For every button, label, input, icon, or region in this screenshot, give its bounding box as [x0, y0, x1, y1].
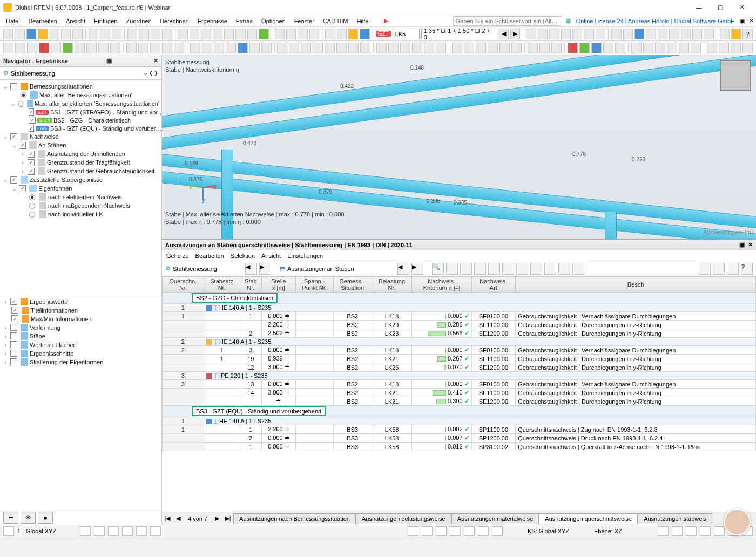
tb-sync[interactable]	[38, 29, 48, 39]
tb2-56[interactable]	[691, 43, 701, 53]
tb2-58[interactable]	[719, 43, 729, 53]
sb-16[interactable]	[672, 526, 683, 536]
ptb-b[interactable]	[474, 263, 486, 275]
sb-8[interactable]	[408, 526, 418, 536]
sb-10[interactable]	[436, 526, 447, 536]
tb2-49[interactable]	[603, 43, 613, 53]
ptb-zoom[interactable]: 🔍	[432, 263, 444, 275]
tb-h4[interactable]	[646, 29, 656, 39]
tb-print[interactable]	[72, 29, 82, 39]
menu-optionen[interactable]: Optionen	[258, 17, 289, 25]
tb2-57[interactable]	[707, 43, 717, 53]
tabnav-prev[interactable]: ◀	[173, 513, 184, 524]
ptb-next2[interactable]: ▶	[411, 263, 423, 275]
tree-bs1[interactable]: GZTBS1 - GZT (STR/GEO) - Ständig und vor…	[0, 108, 161, 116]
menu-hilfe[interactable]: Hilfe	[353, 17, 372, 25]
ptb-j[interactable]	[699, 263, 711, 275]
pmenu-selektion[interactable]: Selektion	[231, 253, 255, 259]
ptb-a[interactable]	[460, 263, 472, 275]
maximize-button[interactable]: ▢	[710, 0, 731, 15]
tb-c3[interactable]	[201, 29, 211, 39]
tb2-5[interactable]	[51, 43, 61, 53]
tb2-27[interactable]	[325, 43, 335, 53]
tree-ausnutzung[interactable]: ›Ausnutzung der Umhüllenden	[0, 150, 161, 158]
tb2-22[interactable]	[261, 43, 272, 53]
tb-save[interactable]	[26, 29, 36, 39]
tb-new[interactable]	[3, 29, 13, 39]
sb-11[interactable]	[450, 526, 461, 536]
tree-eigen-mass[interactable]: nach maßgebendem Nachweis	[0, 201, 161, 210]
tabnav-first[interactable]: |◀	[162, 513, 173, 524]
tb2-38[interactable]	[464, 43, 474, 53]
sb-13[interactable]	[478, 526, 489, 536]
tb-g1[interactable]	[526, 29, 536, 39]
tb2-18[interactable]	[214, 43, 224, 53]
tb-c1[interactable]	[178, 29, 187, 39]
tb2-17[interactable]	[202, 43, 212, 53]
tree-max-sel[interactable]: ⌵Max. aller selektierten 'Bemessungssitu…	[0, 99, 161, 108]
tb-e3[interactable]	[348, 29, 358, 39]
sb-7[interactable]	[150, 526, 161, 536]
sb-1[interactable]	[3, 526, 14, 536]
ptb-e[interactable]	[516, 263, 528, 275]
tb2-48[interactable]	[591, 43, 602, 53]
ptb-f[interactable]	[530, 263, 542, 275]
tb-a2[interactable]	[100, 29, 110, 39]
viewport-3d[interactable]: Stahlbemessung Stäbe | Nachweiskriterium…	[162, 55, 756, 239]
tb-h6[interactable]	[669, 29, 679, 39]
tb2-6[interactable]	[63, 43, 73, 53]
sb-5[interactable]	[122, 526, 133, 536]
tb-c8[interactable]	[259, 29, 268, 39]
pmenu-ansicht[interactable]: Ansicht	[261, 253, 281, 259]
tree-bemessungssituationen[interactable]: ⌵Bemessungssituationen	[0, 82, 161, 91]
tb-c4[interactable]	[213, 29, 222, 39]
tree-bs3[interactable]: LAGBS3 - GZT (EQU) - Ständig und vorüber…	[0, 124, 161, 132]
tb2-30[interactable]	[360, 43, 370, 53]
tree-ergebnisschnitte[interactable]: ›Ergebnisschnitte	[0, 349, 161, 358]
tab-belastungsweise[interactable]: Ausnutzungen belastungsweise	[356, 513, 451, 524]
ptb-k[interactable]	[713, 263, 725, 275]
tree-eigen-ind[interactable]: nach individueller LK	[0, 210, 161, 219]
tb-g2[interactable]	[538, 29, 548, 39]
tb-a3[interactable]	[112, 29, 122, 39]
statusbar-cs-combo[interactable]: 1 - Global XYZ	[17, 528, 77, 534]
tb-g4[interactable]	[561, 29, 571, 39]
tb2-23[interactable]	[277, 43, 287, 53]
tb2-32[interactable]	[388, 43, 399, 53]
tb-h7[interactable]	[681, 29, 691, 39]
tb-c5[interactable]	[224, 29, 234, 39]
tb-h1[interactable]	[611, 29, 621, 39]
panel-close-icon[interactable]: ✕	[748, 241, 753, 248]
tb-undo[interactable]	[50, 29, 59, 39]
tb2-13[interactable]	[150, 43, 160, 53]
tb-h3[interactable]	[634, 29, 644, 39]
tab-querschnittsweise[interactable]: Ausnutzungen querschnittsweise	[539, 513, 638, 524]
tab-stabweise[interactable]: Ausnutzungen stabweis	[638, 513, 712, 524]
tree-an-staeben[interactable]: ⌵An Stäben	[0, 141, 161, 150]
sb-3[interactable]	[94, 526, 105, 536]
tb2-16[interactable]	[190, 43, 200, 53]
tree-eigenformen[interactable]: ⌵Eigenformen	[0, 184, 161, 193]
tb-g5[interactable]	[572, 29, 582, 39]
tree-maxmin[interactable]: Max/Min-Informationen	[0, 315, 161, 323]
panel-design-combo[interactable]: Stahlbemessung	[173, 266, 243, 272]
tab-materialweise[interactable]: Ausnutzungen materialweise	[451, 513, 539, 524]
ptb-prev2[interactable]: ◀	[397, 263, 409, 275]
tb2-2[interactable]	[15, 43, 25, 53]
tb2-20[interactable]	[238, 43, 248, 53]
sb-4[interactable]	[108, 526, 119, 536]
tb2-53[interactable]	[655, 43, 665, 53]
menu-datei[interactable]: Datei	[2, 17, 24, 25]
tb2-40[interactable]	[488, 43, 498, 53]
tb-d3[interactable]	[298, 29, 307, 39]
navtab-1[interactable]: ☰	[3, 512, 18, 524]
navigator-pin-icon[interactable]: ▣	[106, 57, 112, 64]
tree-staebe[interactable]: ›Stäbe	[0, 332, 161, 341]
tb2-12[interactable]	[138, 43, 148, 53]
tb-b2[interactable]	[139, 29, 148, 39]
tb2-14[interactable]	[162, 43, 172, 53]
tree-bs2[interactable]: G ChBS2 - GZG - Charakteristisch	[0, 116, 161, 124]
tb2-25[interactable]	[301, 43, 311, 53]
tb-e1[interactable]	[325, 29, 335, 39]
menu-bearbeiten[interactable]: Bearbeiten	[25, 17, 61, 25]
